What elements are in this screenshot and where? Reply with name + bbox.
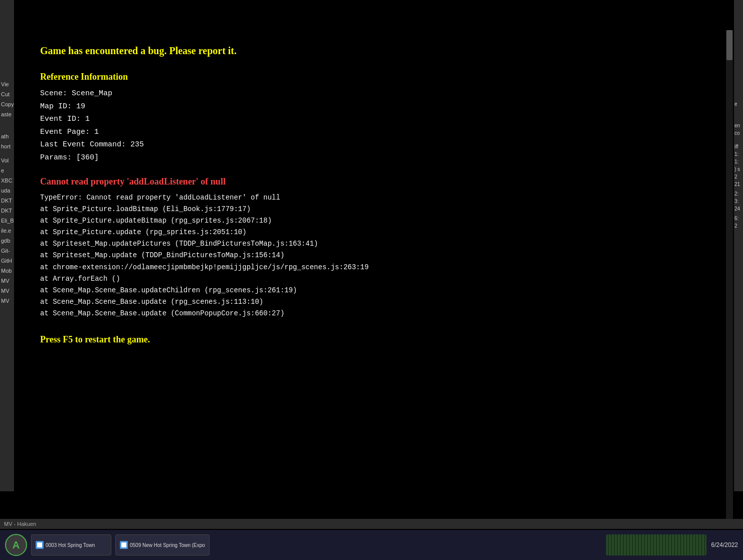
stack-line-3: at Sprite_Picture.update (rpg_sprites.js…: [40, 227, 708, 238]
sidebar-item-copy: Copy: [0, 100, 14, 108]
reference-header: Reference Information: [40, 72, 708, 82]
taskbar-item-2-text: 0509 New Hot Spring Town (Expo: [130, 542, 205, 548]
event-id-info: Event ID: 1: [40, 113, 708, 126]
stack-line-8: at Scene_Map.Scene_Base.updateChildren (…: [40, 285, 708, 296]
map-id-info: Map ID: 19: [40, 100, 708, 113]
right-item-2a: 2:: [734, 190, 743, 198]
mv-bar: MV - Hakuen: [0, 519, 743, 529]
stack-line-7: at Array.forEach (): [40, 273, 708, 285]
stack-line-1: at Sprite_Picture.loadBitmap (Eli_Book.j…: [40, 204, 708, 215]
sidebar-item-gdb: gdb: [0, 237, 14, 245]
right-item-iff: iff: [734, 143, 743, 150]
sidebar-item-mv1: MV: [0, 277, 14, 285]
taskbar-date: 6/24/2022: [711, 541, 738, 548]
restart-message: Press F5 to restart the game.: [40, 334, 708, 345]
sidebar-item-blank1: [0, 120, 14, 122]
sidebar-item-git: Git-: [0, 247, 14, 255]
sidebar-item-paste: aste: [0, 110, 14, 118]
right-item-2b: 2: [734, 222, 743, 230]
right-item-1a: 1:: [734, 150, 743, 158]
app-icon-label: A: [13, 539, 20, 551]
taskbar: A 0003 Hot Spring Town 0509 New Hot Spri…: [0, 530, 743, 560]
taskbar-preview-inner: [606, 534, 706, 555]
bug-header: Game has encountered a bug. Please repor…: [40, 45, 708, 57]
taskbar-item-1-text: 0003 Hot Spring Town: [46, 542, 95, 548]
sidebar-item-blank2: [0, 124, 14, 126]
right-item-21: 21: [734, 180, 743, 188]
sidebar-item-mob: Mob: [0, 267, 14, 275]
sidebar-item-vie: Vie: [0, 80, 14, 88]
left-sidebar: Vie Cut Copy aste ath hort Vol e XBC uda…: [0, 0, 14, 491]
right-sidebar: e en co iff 1: 1: ) s 2 21 2: 3: 24 6: 2: [734, 0, 743, 491]
error-panel: Game has encountered a bug. Please repor…: [15, 30, 733, 510]
scrollbar-thumb[interactable]: [726, 30, 732, 60]
right-item-en: en: [734, 122, 743, 129]
right-item-1b: 1:: [734, 158, 743, 165]
stack-line-6: at chrome-extension://odlameecjipmbmbejk…: [40, 262, 708, 273]
sidebar-item-mv3: MV: [0, 297, 14, 305]
last-event-command-info: Last Event Command: 235: [40, 138, 708, 151]
stack-line-5: at Spriteset_Map.update (TDDP_BindPictur…: [40, 250, 708, 261]
stack-line-10: at Scene_Map.Scene_Base.update (CommonPo…: [40, 308, 708, 319]
taskbar-item-2-icon-inner: [121, 542, 126, 547]
sidebar-item-e: e: [0, 166, 14, 174]
stack-line-9: at Scene_Map.Scene_Base.update (rpg_scen…: [40, 296, 708, 308]
sidebar-item-ath: ath: [0, 132, 14, 140]
right-item-6: 6:: [734, 215, 743, 222]
right-item-2: 2: [734, 173, 743, 180]
sidebar-item-hort: hort: [0, 142, 14, 150]
reference-info: Scene: Scene_Map Map ID: 19 Event ID: 1 …: [40, 87, 708, 164]
stack-line-0: TypeError: Cannot read property 'addLoad…: [40, 192, 708, 204]
stack-trace: TypeError: Cannot read property 'addLoad…: [40, 192, 708, 319]
params-info: Params: [360]: [40, 151, 708, 164]
error-title: Cannot read property 'addLoadListener' o…: [40, 176, 708, 187]
right-item-24: 24: [734, 205, 743, 213]
stack-line-2: at Sprite_Picture.updateBitmap (rpg_spri…: [40, 215, 708, 227]
sidebar-item-gith: GitH: [0, 257, 14, 265]
sidebar-item-blank4: [0, 152, 14, 154]
sidebar-item-dkt1: DKT: [0, 197, 14, 205]
sidebar-item-blank3: [0, 128, 14, 130]
taskbar-item-1-icon-inner: [37, 542, 42, 547]
taskbar-item-1-icon: [36, 541, 44, 549]
sidebar-item-cut: Cut: [0, 90, 14, 98]
taskbar-item-2[interactable]: 0509 New Hot Spring Town (Expo: [115, 534, 210, 555]
taskbar-item-2-icon: [120, 541, 128, 549]
app-icon[interactable]: A: [5, 534, 27, 556]
stack-line-4: at Spriteset_Map.updatePictures (TDDP_Bi…: [40, 238, 708, 250]
taskbar-right: 6/24/2022: [606, 534, 738, 555]
right-item-ps: ) s: [734, 165, 743, 173]
mv-bar-label: MV - Hakuen: [4, 521, 36, 527]
sidebar-item-mv2: MV: [0, 287, 14, 295]
sidebar-item-elib: Eli_B: [0, 217, 14, 225]
taskbar-item-2-line1: 0509 New Hot Spring Town (Expo: [130, 542, 205, 548]
sidebar-item-dkt2: DKT: [0, 207, 14, 215]
right-item-co: co: [734, 129, 743, 137]
right-item-e: e: [734, 100, 743, 108]
sidebar-item-ilee: ile.e: [0, 227, 14, 235]
event-page-info: Event Page: 1: [40, 126, 708, 139]
right-item-3: 3:: [734, 198, 743, 205]
panel-scrollbar[interactable]: [726, 30, 733, 519]
sidebar-item-xbc: XBC: [0, 176, 14, 184]
taskbar-item-1-line1: 0003 Hot Spring Town: [46, 542, 95, 548]
taskbar-item-1[interactable]: 0003 Hot Spring Town: [31, 534, 111, 555]
scene-info: Scene: Scene_Map: [40, 87, 708, 100]
sidebar-item-vol: Vol: [0, 156, 14, 164]
taskbar-preview: [606, 534, 706, 555]
sidebar-item-uda: uda: [0, 186, 14, 195]
